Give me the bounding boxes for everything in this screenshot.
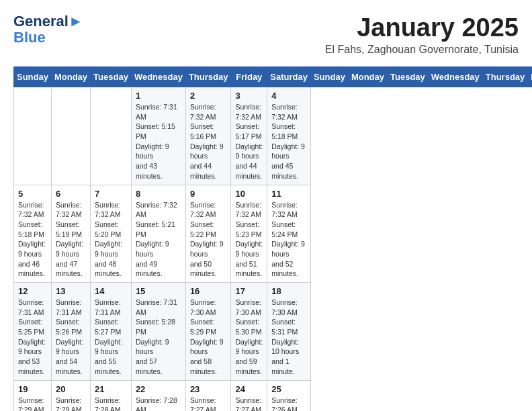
calendar-cell: 17Sunrise: 7:30 AM Sunset: 5:30 PM Dayli… [231,283,267,381]
header-monday: Monday [51,67,90,87]
calendar-cell [51,87,90,185]
header-tuesday: Tuesday [388,67,429,87]
day-number: 19 [18,384,47,394]
header-wednesday: Wednesday [428,67,482,87]
cell-content: Sunrise: 7:31 AM Sunset: 5:26 PM Dayligh… [56,298,86,377]
header-thursday: Thursday [185,67,231,87]
day-number: 15 [136,286,181,296]
day-number: 5 [18,189,47,199]
day-number: 9 [190,189,227,199]
day-number: 10 [235,189,263,199]
day-number: 3 [235,91,263,101]
calendar-cell: 19Sunrise: 7:29 AM Sunset: 5:32 PM Dayli… [14,380,52,411]
month-title: January 2025 [325,13,519,42]
day-number: 13 [56,286,86,296]
calendar-cell: 10Sunrise: 7:32 AM Sunset: 5:23 PM Dayli… [231,185,267,283]
cell-content: Sunrise: 7:28 AM Sunset: 5:34 PM Dayligh… [95,396,127,412]
cell-content: Sunrise: 7:31 AM Sunset: 5:28 PM Dayligh… [136,298,181,377]
header-friday: Friday [231,67,267,87]
cell-content: Sunrise: 7:31 AM Sunset: 5:15 PM Dayligh… [136,102,181,181]
calendar-cell: 25Sunrise: 7:26 AM Sunset: 5:38 PM Dayli… [267,380,311,411]
calendar-cell: 8Sunrise: 7:32 AM Sunset: 5:21 PM Daylig… [131,185,185,283]
logo-blue: Blue [13,30,83,46]
calendar-cell: 7Sunrise: 7:32 AM Sunset: 5:20 PM Daylig… [91,185,132,283]
cell-content: Sunrise: 7:32 AM Sunset: 5:22 PM Dayligh… [190,200,227,279]
calendar-header-row: SundayMondayTuesdayWednesdayThursdayFrid… [14,67,533,87]
day-number: 4 [271,91,306,101]
calendar-week-3: 12Sunrise: 7:31 AM Sunset: 5:25 PM Dayli… [14,283,533,381]
cell-content: Sunrise: 7:26 AM Sunset: 5:38 PM Dayligh… [271,396,306,412]
day-number: 8 [136,189,181,199]
header-saturday: Saturday [267,67,311,87]
calendar-cell: 11Sunrise: 7:32 AM Sunset: 5:24 PM Dayli… [267,185,311,283]
cell-content: Sunrise: 7:31 AM Sunset: 5:25 PM Dayligh… [18,298,47,377]
day-number: 21 [95,384,127,394]
day-number: 18 [271,286,306,296]
calendar-cell: 3Sunrise: 7:32 AM Sunset: 5:17 PM Daylig… [231,87,267,185]
day-number: 23 [190,384,227,394]
calendar-cell: 23Sunrise: 7:27 AM Sunset: 5:36 PM Dayli… [185,380,231,411]
calendar-cell: 24Sunrise: 7:27 AM Sunset: 5:37 PM Dayli… [231,380,267,411]
header-sunday: Sunday [14,67,52,87]
cell-content: Sunrise: 7:27 AM Sunset: 5:37 PM Dayligh… [235,396,263,412]
cell-content: Sunrise: 7:27 AM Sunset: 5:36 PM Dayligh… [190,396,227,412]
calendar-cell: 14Sunrise: 7:31 AM Sunset: 5:27 PM Dayli… [91,283,132,381]
title-area: January 2025 El Fahs, Zaghouan Governora… [325,13,519,56]
calendar-cell: 20Sunrise: 7:29 AM Sunset: 5:33 PM Dayli… [51,380,90,411]
calendar-cell: 12Sunrise: 7:31 AM Sunset: 5:25 PM Dayli… [14,283,52,381]
calendar-cell: 13Sunrise: 7:31 AM Sunset: 5:26 PM Dayli… [51,283,90,381]
day-number: 12 [18,286,47,296]
cell-content: Sunrise: 7:32 AM Sunset: 5:20 PM Dayligh… [95,200,127,279]
cell-content: Sunrise: 7:32 AM Sunset: 5:23 PM Dayligh… [235,200,263,279]
cell-content: Sunrise: 7:30 AM Sunset: 5:30 PM Dayligh… [235,298,263,377]
day-number: 20 [56,384,86,394]
cell-content: Sunrise: 7:32 AM Sunset: 5:18 PM Dayligh… [18,200,47,279]
cell-content: Sunrise: 7:30 AM Sunset: 5:29 PM Dayligh… [190,298,227,377]
calendar-cell: 18Sunrise: 7:30 AM Sunset: 5:31 PM Dayli… [267,283,311,381]
cell-content: Sunrise: 7:31 AM Sunset: 5:27 PM Dayligh… [95,298,127,377]
day-number: 7 [95,189,127,199]
calendar-cell [14,87,52,185]
day-number: 2 [190,91,227,101]
calendar-cell [91,87,132,185]
day-number: 22 [136,384,181,394]
calendar-cell: 22Sunrise: 7:28 AM Sunset: 5:35 PM Dayli… [131,380,185,411]
cell-content: Sunrise: 7:28 AM Sunset: 5:35 PM Dayligh… [136,396,181,412]
calendar-cell: 4Sunrise: 7:32 AM Sunset: 5:18 PM Daylig… [267,87,311,185]
cell-content: Sunrise: 7:32 AM Sunset: 5:21 PM Dayligh… [136,200,181,279]
calendar-cell: 15Sunrise: 7:31 AM Sunset: 5:28 PM Dayli… [131,283,185,381]
day-number: 25 [271,384,306,394]
cell-content: Sunrise: 7:32 AM Sunset: 5:19 PM Dayligh… [56,200,86,279]
day-number: 14 [95,286,127,296]
header-wednesday: Wednesday [131,67,185,87]
calendar-week-1: 1Sunrise: 7:31 AM Sunset: 5:15 PM Daylig… [14,87,533,185]
cell-content: Sunrise: 7:32 AM Sunset: 5:18 PM Dayligh… [271,102,306,181]
day-number: 17 [235,286,263,296]
calendar-cell: 9Sunrise: 7:32 AM Sunset: 5:22 PM Daylig… [185,185,231,283]
header-tuesday: Tuesday [91,67,132,87]
cell-content: Sunrise: 7:29 AM Sunset: 5:32 PM Dayligh… [18,396,47,412]
logo: General► Blue [13,13,83,46]
logo-general: General [13,13,69,30]
day-number: 24 [235,384,263,394]
calendar-cell: 1Sunrise: 7:31 AM Sunset: 5:15 PM Daylig… [131,87,185,185]
header-sunday: Sunday [310,67,348,87]
calendar-cell: 6Sunrise: 7:32 AM Sunset: 5:19 PM Daylig… [51,185,90,283]
cell-content: Sunrise: 7:32 AM Sunset: 5:17 PM Dayligh… [235,102,263,181]
calendar-cell: 2Sunrise: 7:32 AM Sunset: 5:16 PM Daylig… [185,87,231,185]
cell-content: Sunrise: 7:30 AM Sunset: 5:31 PM Dayligh… [271,298,306,377]
day-number: 11 [271,189,306,199]
calendar-cell: 21Sunrise: 7:28 AM Sunset: 5:34 PM Dayli… [91,380,132,411]
page-header: General► Blue January 2025 El Fahs, Zagh… [13,13,519,56]
calendar-cell: 16Sunrise: 7:30 AM Sunset: 5:29 PM Dayli… [185,283,231,381]
header-monday: Monday [348,67,387,87]
cell-content: Sunrise: 7:32 AM Sunset: 5:24 PM Dayligh… [271,200,306,279]
location-subtitle: El Fahs, Zaghouan Governorate, Tunisia [325,44,519,56]
calendar-week-4: 19Sunrise: 7:29 AM Sunset: 5:32 PM Dayli… [14,380,533,411]
header-friday: Friday [528,67,532,87]
cell-content: Sunrise: 7:32 AM Sunset: 5:16 PM Dayligh… [190,102,227,181]
calendar-cell: 5Sunrise: 7:32 AM Sunset: 5:18 PM Daylig… [14,185,52,283]
calendar-table: SundayMondayTuesdayWednesdayThursdayFrid… [13,66,532,411]
day-number: 1 [136,91,181,101]
day-number: 6 [56,189,86,199]
